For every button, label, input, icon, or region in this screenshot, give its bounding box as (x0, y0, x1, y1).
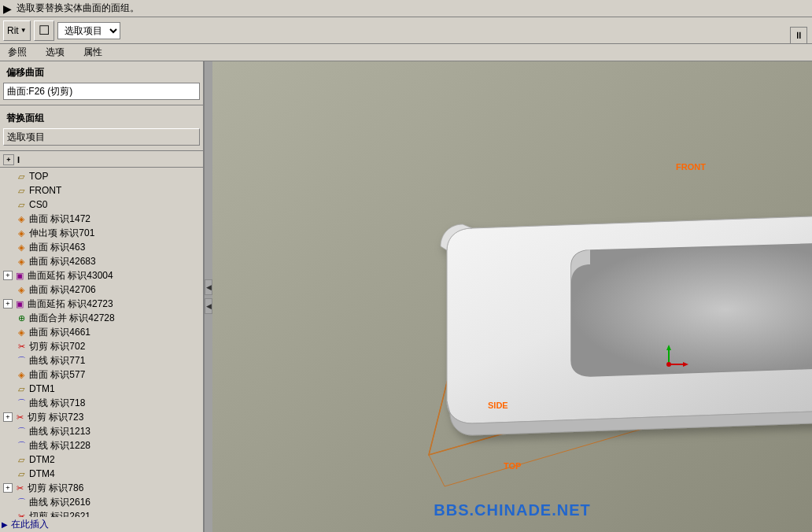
pointer-icon: ▶ (3, 2, 12, 15)
insert-here-label: 在此插入 (11, 518, 49, 531)
tree-spacer (3, 398, 14, 408)
pause-icon: ⏸ (794, 30, 803, 41)
tree-item-label: 伸出项 标识701 (29, 227, 94, 240)
tree-item-label: DTM1 (29, 383, 55, 394)
tree-item-label: 曲面 标识4661 (29, 326, 90, 339)
tree-item[interactable]: +▣曲面延拓 标识43004 (2, 268, 201, 283)
svg-point-13 (666, 362, 671, 367)
menu-properties[interactable]: 属性 (79, 44, 107, 61)
instruction-bar: ▶ 选取要替换实体曲面的面组。 (0, 0, 812, 17)
tree-item[interactable]: ⌒曲线 标识2616 (2, 495, 201, 509)
tree-item-icon: ◈ (16, 284, 27, 295)
tree-item-label: TOP (29, 171, 48, 182)
select-mode-dropdown[interactable]: 选取项目 (57, 22, 120, 39)
tree-item-label: 曲面 标识1472 (29, 212, 90, 226)
tree-spacer (3, 512, 14, 517)
panel-collapse-btn[interactable]: ◀ ◀ (205, 61, 212, 532)
toolbar-icon-btn[interactable]: Rit ▼ (3, 20, 31, 41)
menu-reference[interactable]: 参照 (3, 44, 31, 61)
dropdown-arrow-icon: ▼ (20, 27, 27, 34)
tree-item-icon: ▣ (14, 298, 25, 309)
tree-item-label: 曲面延拓 标识43004 (28, 269, 113, 283)
tree-item-label: 曲线 标识2616 (29, 496, 90, 509)
tree-expand-btn[interactable]: + (3, 483, 13, 493)
tree-expand-btn[interactable]: + (3, 154, 14, 165)
replace-select-btn[interactable]: 选取项目 (3, 128, 200, 146)
front-label: FRONT (676, 162, 706, 172)
pause-button[interactable]: ⏸ (790, 27, 807, 44)
tree-item[interactable]: ⌒曲线 标识771 (2, 353, 201, 368)
tree-id-label: I (17, 155, 20, 164)
menu-bar: 参照 选项 属性 (0, 44, 812, 61)
tree-item[interactable]: ⊕曲面合并 标识42728 (2, 311, 201, 325)
main-layout: 偏移曲面 替换面组 选取项目 + I ▱TOP▱FRONT▱CS0◈曲面 标识1… (0, 61, 812, 532)
tree-spacer (3, 384, 14, 393)
tree-item[interactable]: ▱DTM1 (2, 382, 201, 396)
tree-item[interactable]: ✂切剪 标识2621 (2, 509, 201, 517)
tree-spacer (3, 228, 14, 238)
tree-item[interactable]: ✂切剪 标识702 (2, 339, 201, 353)
offset-surface-section: 偏移曲面 (0, 61, 203, 103)
tree-item-label: 切剪 标识702 (29, 340, 85, 353)
tree-spacer (3, 455, 14, 464)
tree-item[interactable]: +✂切剪 标识723 (2, 410, 201, 424)
toolbar-icon2-btn[interactable]: ☐ (34, 20, 54, 41)
tree-item-icon: ◈ (16, 256, 27, 267)
menu-options[interactable]: 选项 (41, 44, 69, 61)
tree-item-label: CS0 (29, 199, 47, 210)
tree-item-label: 曲线 标识771 (29, 354, 85, 368)
tree-item-label: 曲面合并 标识42728 (29, 312, 115, 325)
tree-spacer (3, 370, 14, 379)
tree-header: + I (0, 153, 203, 167)
insert-here-item[interactable]: ▶ 在此插入 (0, 517, 203, 532)
tree-item[interactable]: ⌒曲线 标识718 (2, 396, 201, 410)
tree-item[interactable]: ▱DTM2 (2, 453, 201, 467)
collapse-up-arrow[interactable]: ◀ (205, 279, 212, 295)
tree-item[interactable]: ▱CS0 (2, 198, 201, 212)
tree-item[interactable]: ◈曲面 标识4661 (2, 325, 201, 339)
tree-spacer (3, 313, 14, 323)
tree-item-icon: ▱ (16, 454, 27, 465)
tree-item[interactable]: +✂切剪 标识786 (2, 481, 201, 495)
left-panel: 偏移曲面 替换面组 选取项目 + I ▱TOP▱FRONT▱CS0◈曲面 标识1… (0, 61, 205, 532)
tree-item[interactable]: ◈曲面 标识1472 (2, 212, 201, 226)
tree-spacer (3, 242, 14, 252)
tree-item-label: 切剪 标识786 (28, 482, 83, 495)
tree-spacer (3, 469, 14, 478)
tree-spacer (3, 497, 14, 507)
tree-item-label: 曲面 标识42706 (29, 283, 96, 297)
tree-item[interactable]: ⌒曲线 标识1213 (2, 424, 201, 438)
tree-item-label: 曲线 标识1228 (29, 439, 90, 453)
tree-item[interactable]: ⌒曲线 标识1228 (2, 438, 201, 453)
tree-item-label: FRONT (29, 185, 61, 196)
tree-expand-btn[interactable]: + (3, 271, 13, 280)
instruction-text: 选取要替换实体曲面的面组。 (17, 2, 139, 15)
tree-item-label: DTM2 (29, 454, 55, 465)
tree-item-label: 曲面 标识42683 (29, 255, 96, 268)
tree-item-icon: ◈ (16, 227, 27, 238)
tree-spacer (3, 172, 14, 181)
tree-item[interactable]: +▣曲面延拓 标识42723 (2, 297, 201, 311)
tree-item-icon: ⌒ (16, 440, 27, 451)
tree-expand-btn[interactable]: + (3, 299, 13, 308)
tree-item-icon: ⊕ (16, 312, 27, 323)
tree-spacer (3, 327, 14, 337)
tree-item-icon: ▱ (16, 383, 27, 394)
tree-item-icon: ◈ (16, 213, 27, 224)
tree-item[interactable]: ▱FRONT (2, 183, 201, 198)
top-label: TOP (504, 461, 521, 471)
tree-item[interactable]: ◈曲面 标识42706 (2, 283, 201, 297)
tree-item[interactable]: ◈曲面 标识463 (2, 240, 201, 254)
collapse-down-arrow[interactable]: ◀ (205, 298, 212, 314)
tree-item[interactable]: ▱DTM4 (2, 467, 201, 481)
tree-item[interactable]: ◈伸出项 标识701 (2, 226, 201, 240)
tree-expand-btn[interactable]: + (3, 412, 13, 422)
surface-value-input[interactable] (3, 83, 200, 100)
tree-item[interactable]: ◈曲面 标识577 (2, 368, 201, 382)
tree-item-icon: ▱ (16, 185, 27, 196)
tree-spacer (3, 285, 14, 294)
tree-item[interactable]: ▱TOP (2, 169, 201, 183)
tree-item[interactable]: ◈曲面 标识42683 (2, 254, 201, 268)
tree-item-label: 切剪 标识723 (28, 411, 83, 424)
divider2 (0, 150, 203, 151)
